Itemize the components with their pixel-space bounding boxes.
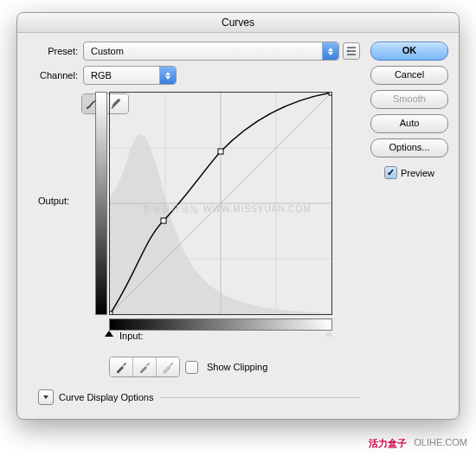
page-footer: 活力盒子 OLIHE.COM — [0, 432, 476, 455]
menu-icon — [346, 47, 357, 55]
eyedropper-group — [109, 357, 180, 377]
channel-select[interactable]: RGB — [83, 66, 177, 85]
options-button[interactable]: Options... — [370, 138, 448, 158]
input-label: Input: — [119, 331, 144, 341]
show-clipping-label: Show Clipping — [207, 362, 267, 372]
preset-menu-button[interactable] — [343, 42, 360, 60]
curve-point[interactable] — [161, 218, 166, 223]
eyedropper-white[interactable] — [156, 357, 179, 376]
footer-brand: 活力盒子 — [369, 437, 407, 450]
show-clipping-checkbox[interactable] — [185, 361, 198, 374]
disclosure-button[interactable] — [38, 389, 54, 405]
input-gradient — [109, 318, 332, 331]
white-slider[interactable] — [325, 331, 333, 337]
preview-row: Preview — [370, 166, 448, 179]
footer-site: OLIHE.COM — [414, 437, 467, 450]
ok-button[interactable]: OK — [370, 42, 448, 61]
dialog-content: Preset: Custom Channel: RGB — [17, 33, 459, 419]
curve-display-label: Curve Display Options — [59, 392, 153, 402]
dropdown-arrows-icon — [159, 67, 176, 84]
right-column: OK Cancel Smooth Auto Options... Preview — [370, 42, 448, 408]
auto-button[interactable]: Auto — [370, 114, 448, 133]
eyedropper-gray[interactable] — [132, 357, 156, 376]
divider — [160, 397, 360, 398]
black-slider[interactable] — [105, 331, 113, 337]
preset-row: Preset: Custom — [28, 42, 360, 61]
cancel-button[interactable]: Cancel — [370, 66, 448, 85]
watermark: 思缘设计论坛 WWW.MISSYUAN.COM — [143, 203, 312, 215]
left-column: Preset: Custom Channel: RGB — [28, 42, 360, 408]
preview-checkbox[interactable] — [384, 166, 397, 179]
dialog-title: Curves — [17, 13, 459, 33]
eyedropper-icon — [161, 360, 175, 374]
eyedropper-icon — [114, 360, 128, 374]
curve-graph[interactable]: 思缘设计论坛 WWW.MISSYUAN.COM — [109, 92, 332, 315]
curves-dialog: Curves Preset: Custom Channel: RGB — [16, 12, 460, 420]
eyedropper-black[interactable] — [110, 357, 132, 376]
sampler-row: Show Clipping — [109, 357, 360, 377]
eyedropper-icon — [138, 360, 151, 374]
curve-point[interactable] — [329, 93, 331, 95]
channel-value: RGB — [91, 70, 112, 80]
chevron-down-icon — [43, 395, 48, 399]
curve-point[interactable] — [218, 149, 223, 154]
curve-area: Output: — [109, 92, 360, 315]
preview-label: Preview — [401, 168, 434, 178]
smooth-button[interactable]: Smooth — [370, 90, 448, 109]
preset-label: Preset: — [28, 46, 78, 56]
dropdown-arrows-icon — [322, 42, 338, 60]
channel-label: Channel: — [28, 70, 78, 80]
curve-display-disclosure: Curve Display Options — [38, 389, 360, 405]
output-gradient — [95, 92, 107, 315]
output-label: Output: — [38, 196, 69, 206]
preset-select[interactable]: Custom — [83, 42, 339, 61]
channel-row: Channel: RGB — [28, 66, 360, 85]
curve-point[interactable] — [110, 312, 113, 314]
preset-value: Custom — [91, 46, 124, 56]
